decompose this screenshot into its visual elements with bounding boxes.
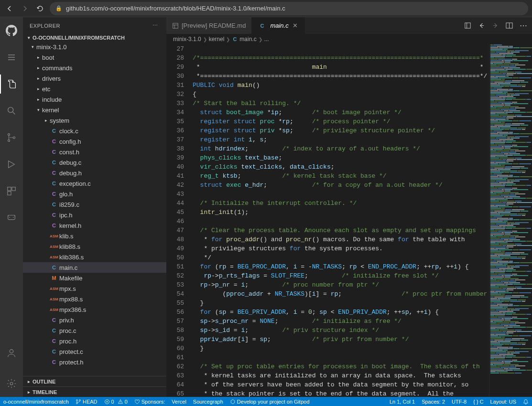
sb-lncol[interactable]: Ln 1, Col 1 <box>386 399 418 405</box>
source-control-icon[interactable] <box>0 128 23 147</box>
code-editor[interactable]: 27 28 29 30 31 32 33 34 35 36 37 38 39 4… <box>166 44 532 397</box>
folder-item[interactable]: ▸drivers <box>23 73 166 84</box>
chevron-right-icon: ▸ <box>25 390 33 395</box>
folder-item[interactable]: ▸boot <box>23 52 166 63</box>
back-button[interactable] <box>4 3 15 14</box>
c-file-icon: C <box>50 265 58 270</box>
svg-point-8 <box>9 217 10 218</box>
svg-point-11 <box>10 382 13 385</box>
chevron-icon: ▸ <box>34 55 42 60</box>
chevron-right-icon: ❯ <box>226 37 230 42</box>
c-file-icon: C <box>258 23 266 29</box>
run-debug-icon[interactable] <box>0 155 23 174</box>
outline-section[interactable]: ▸OUTLINE <box>23 376 166 386</box>
file-item[interactable]: MMakefile <box>23 273 166 283</box>
svg-point-3 <box>13 137 15 139</box>
file-item[interactable]: ASMklib88.s <box>23 241 166 252</box>
reload-button[interactable] <box>34 3 46 14</box>
file-item[interactable]: ASMmpx.s <box>23 283 166 294</box>
more-icon[interactable]: ⋯ <box>520 21 527 30</box>
file-item[interactable]: Cmain.c <box>23 262 166 273</box>
folder-item[interactable]: ▸include <box>23 94 166 105</box>
file-item[interactable]: Cipc.h <box>23 210 166 220</box>
sb-layout[interactable]: Layout: US <box>487 399 520 405</box>
folder-item[interactable]: ▾minix-3.1.0 <box>23 42 166 52</box>
sb-problems[interactable]: 0 0 <box>101 397 131 406</box>
file-item[interactable]: Ckernel.h <box>23 220 166 231</box>
h-file-icon: C <box>50 149 58 155</box>
tab-readme[interactable]: [Preview] README.md <box>166 17 252 34</box>
tab-main-c[interactable]: C main.c ✕ <box>252 17 304 34</box>
bell-icon <box>523 399 529 405</box>
sb-bell[interactable] <box>520 399 532 405</box>
file-item[interactable]: Cpriv.h <box>23 315 166 325</box>
chevron-right-icon: ❯ <box>203 37 207 42</box>
file-item[interactable]: Cclock.c <box>23 126 166 136</box>
file-item[interactable]: Cproc.h <box>23 336 166 346</box>
preview-icon <box>172 22 179 29</box>
github-icon[interactable] <box>0 21 23 40</box>
file-item[interactable]: Cproc.c <box>23 325 166 336</box>
folder-item[interactable]: ▾kernel <box>23 105 166 115</box>
tab-label: [Preview] README.md <box>182 22 246 29</box>
search-icon[interactable] <box>0 101 23 120</box>
tree-item-label: debug.h <box>59 170 82 177</box>
file-item[interactable]: Cconst.h <box>23 147 166 157</box>
h-file-icon: C <box>50 338 58 344</box>
sb-spaces[interactable]: Spaces: 2 <box>418 399 448 405</box>
accounts-icon[interactable] <box>0 343 23 363</box>
file-item[interactable]: Cconfig.h <box>23 136 166 147</box>
file-item[interactable]: ASMklib.s <box>23 231 166 241</box>
sb-repo[interactable]: o-oconnell/minixfromscratch <box>0 397 72 406</box>
arrow-left-icon[interactable] <box>478 22 485 29</box>
file-item[interactable]: Ci8259.c <box>23 199 166 210</box>
file-item[interactable]: Cdebug.h <box>23 168 166 178</box>
sb-lang[interactable]: { }C <box>470 399 487 405</box>
tree-item-label: klib88.s <box>59 243 80 250</box>
forward-button[interactable] <box>19 3 31 14</box>
sb-branch[interactable]: HEAD <box>72 397 101 406</box>
open-changes-icon[interactable] <box>464 22 471 29</box>
folder-item[interactable]: ▸commands <box>23 63 166 73</box>
breadcrumb[interactable]: minix-3.1.0 ❯ kernel ❯ C main.c ❯ ... <box>166 34 532 44</box>
sb-sponsors[interactable]: Sponsors: <box>131 397 169 406</box>
file-item[interactable]: ASMklib386.s <box>23 252 166 262</box>
minimap[interactable] <box>489 44 532 397</box>
sb-gitpod[interactable]: Develop your project on Gitpod <box>227 397 313 406</box>
settings-gear-icon[interactable] <box>0 374 23 393</box>
menu-icon[interactable] <box>0 48 23 67</box>
file-item[interactable]: Cglo.h <box>23 189 166 199</box>
code-content[interactable]: /*======================================… <box>193 44 489 397</box>
c-file-icon: C <box>50 349 58 354</box>
url-bar[interactable]: 🔒 github1s.com/o-oconnell/minixfromscrat… <box>50 2 528 15</box>
sidebar-more-icon[interactable]: ⋯ <box>151 22 160 29</box>
close-icon[interactable]: ✕ <box>292 22 299 29</box>
timeline-section[interactable]: ▸TIMELINE <box>23 386 166 397</box>
explorer-icon[interactable] <box>0 75 23 94</box>
file-item[interactable]: Cprotect.h <box>23 357 166 367</box>
file-item[interactable]: ASMmpx386.s <box>23 304 166 315</box>
file-item[interactable]: Cexception.c <box>23 178 166 189</box>
sb-sourcegraph[interactable]: Sourcegraph <box>190 397 227 406</box>
arrow-right-icon[interactable] <box>492 22 499 29</box>
folder-item[interactable]: ▸system <box>23 115 166 126</box>
remote-icon[interactable] <box>0 208 23 227</box>
extensions-icon[interactable] <box>0 182 23 201</box>
tree-item-label: protect.h <box>59 359 84 366</box>
tree-item-label: glo.h <box>59 191 73 198</box>
repo-header[interactable]: ▾ O-OCONNELL/MINIXFROMSCRATCH <box>23 34 166 42</box>
folder-item[interactable]: ▸etc <box>23 84 166 94</box>
file-item[interactable]: Cdebug.c <box>23 157 166 168</box>
m-file-icon: M <box>50 275 58 281</box>
sb-encoding[interactable]: UTF-8 <box>448 399 470 405</box>
c-file-icon: C <box>50 181 58 186</box>
file-item[interactable]: Cprotect.c <box>23 346 166 357</box>
sb-vercel[interactable]: Vercel <box>168 397 190 406</box>
svg-rect-13 <box>465 23 470 28</box>
tab-label: main.c <box>270 22 288 29</box>
c-file-icon: C <box>233 36 237 42</box>
tree-item-label: proc.h <box>59 338 76 345</box>
file-item[interactable]: ASMmpx88.s <box>23 294 166 304</box>
split-editor-icon[interactable] <box>506 22 513 29</box>
h-file-icon: C <box>50 223 58 228</box>
